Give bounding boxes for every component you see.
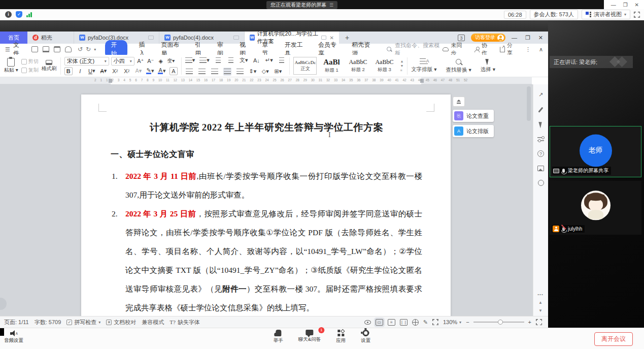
video-tile-julylhh[interactable]: julylhh	[550, 181, 641, 235]
page-indicator[interactable]: 页面: 1/11	[4, 319, 29, 326]
tab-list-button[interactable]: 3	[458, 35, 465, 41]
proofread-toggle[interactable]: ✕文档校对	[106, 319, 136, 326]
line-spacing-icon[interactable]: ⇕▾	[249, 68, 257, 76]
decrease-indent-icon[interactable]	[214, 56, 222, 65]
font-color-icon[interactable]: A▾	[158, 67, 166, 75]
char-shading-icon[interactable]: A	[170, 67, 178, 75]
zoom-in-icon[interactable]: +	[528, 319, 531, 325]
page-up-icon[interactable]: ▲	[538, 300, 543, 305]
fullscreen-icon[interactable]	[634, 12, 640, 18]
scrollbar-thumb[interactable]	[527, 86, 531, 121]
hamburger-icon[interactable]: ☰	[5, 46, 10, 53]
horizontal-ruler[interactable]: 2112345678910111213141516171819202122232…	[0, 77, 532, 84]
tab-docer[interactable]: d 稻壳	[27, 31, 74, 44]
clear-format-icon[interactable]: ◈	[157, 57, 165, 65]
page-view-icon[interactable]: ▭	[376, 319, 383, 326]
jump-share-icon[interactable]: ↗	[538, 91, 543, 98]
theme-tool-icon[interactable]	[538, 180, 544, 186]
zoom-knob[interactable]	[498, 320, 503, 325]
paper-typeset-button[interactable]: A 论文排版	[453, 125, 494, 137]
justify-icon[interactable]	[223, 68, 231, 76]
chat-qa-button[interactable]: 1 聊天&问答	[298, 330, 321, 344]
book-view-icon[interactable]: ❘❘	[400, 319, 408, 326]
apps-button[interactable]: 应用	[336, 330, 346, 344]
wrap-icon[interactable]: ↵▾	[265, 56, 273, 65]
undo-icon[interactable]: ↺	[78, 46, 83, 53]
increase-indent-icon[interactable]	[227, 56, 235, 65]
raise-hand-button[interactable]: 举手	[274, 330, 283, 344]
word-count[interactable]: 字数: 5709	[35, 319, 61, 326]
text-layout-button[interactable]: 文字排版 ▾	[411, 58, 436, 73]
wps-restore-button[interactable]: ❐	[525, 35, 530, 41]
ink-pen-icon[interactable]: ✎	[423, 319, 428, 326]
outline-view-icon[interactable]: ≡	[388, 319, 395, 326]
guest-login-button[interactable]: 访客登录	[471, 34, 505, 42]
italic-icon[interactable]: I	[76, 67, 84, 75]
help-icon[interactable]: ?	[537, 150, 544, 157]
security-shield-icon[interactable]: ✓	[16, 11, 22, 18]
zoom-out-icon[interactable]: −	[466, 319, 469, 325]
align-center-icon[interactable]	[198, 68, 206, 76]
restore-button[interactable]: ❐	[623, 2, 628, 8]
fit-page-icon[interactable]	[432, 319, 438, 325]
sort-icon[interactable]: A↓	[252, 56, 260, 65]
info-icon[interactable]: i	[5, 11, 12, 18]
document-page[interactable]: I 计算机学院 2022 年上半年研究生答辩与学位工作方案 一、硕士学位论文盲审…	[81, 94, 451, 316]
audio-settings-button[interactable]: ∧ 音频设置	[4, 330, 23, 344]
bold-icon[interactable]: B	[64, 67, 73, 75]
collapse-panel-button[interactable]	[453, 97, 465, 107]
zoom-value[interactable]: 130%▾	[443, 319, 461, 325]
highlight-icon[interactable]: ✎▾	[146, 67, 154, 75]
style-body-text[interactable]: AaBbCcDc 正文	[293, 57, 317, 75]
image-tool-icon[interactable]	[537, 166, 544, 171]
fullscreen-doc-icon[interactable]	[536, 319, 542, 325]
leave-meeting-button[interactable]: 离开会议	[594, 332, 633, 346]
redo-icon[interactable]: ↻	[86, 46, 91, 53]
tab-close-icon[interactable]: ✕	[330, 35, 334, 41]
underline-icon[interactable]: U▾	[88, 67, 96, 75]
find-replace-button[interactable]: 查找替换 ▾	[446, 58, 471, 74]
close-button[interactable]: ✕	[635, 2, 639, 8]
change-case-icon[interactable]: 变▾	[167, 57, 175, 65]
banner-menu-icon[interactable]: ☰	[329, 3, 333, 8]
strikethrough-icon[interactable]: A▾	[99, 67, 108, 75]
document-canvas[interactable]: I 计算机学院 2022 年上半年研究生答辩与学位工作方案 一、硕士学位论文盲审…	[0, 84, 548, 316]
print-icon[interactable]	[54, 46, 60, 52]
collapse-ribbon-icon[interactable]: ∧	[539, 46, 543, 53]
more-options-icon[interactable]: ⋮	[525, 46, 531, 53]
task-pane-handle[interactable]	[0, 298, 7, 310]
settings-button[interactable]: 设置	[361, 330, 370, 344]
increase-font-icon[interactable]: A⁺	[137, 57, 145, 65]
print-preview-icon[interactable]	[65, 46, 72, 52]
style-heading2[interactable]: AaBbC 标题 2	[346, 57, 369, 75]
video-tile-teacher[interactable]: 老师 梁老师的屏幕共享	[550, 126, 641, 177]
asian-layout-icon[interactable]: 文▾	[240, 56, 248, 65]
page-down-icon[interactable]: ▼	[538, 308, 543, 313]
participant-count[interactable]: 参会人数: 573人	[530, 10, 578, 19]
font-name-combo[interactable]: 宋体 (正文)▾	[64, 57, 109, 66]
shading-icon[interactable]: ◇▾	[261, 68, 269, 76]
style-heading3[interactable]: AaBbC 标题 3	[372, 57, 396, 75]
subscript-icon[interactable]: X2	[123, 67, 131, 75]
text-effects-icon[interactable]: A▾	[134, 67, 143, 75]
copy-button[interactable]: 复制	[21, 67, 39, 74]
adjust-sliders-icon[interactable]	[537, 137, 544, 142]
styles-scroll[interactable]: ▲▼≡	[400, 59, 403, 72]
font-size-combo[interactable]: 小四▾	[111, 57, 134, 66]
select-button[interactable]: 选择 ▾	[481, 58, 495, 73]
select-cursor-icon[interactable]	[538, 121, 543, 128]
network-signal-icon[interactable]	[26, 12, 32, 17]
distribute-icon[interactable]	[236, 68, 244, 76]
more-dots-icon[interactable]: •••	[537, 292, 543, 297]
export-icon[interactable]	[43, 46, 49, 52]
decrease-font-icon[interactable]: A⁻	[147, 57, 155, 65]
zoom-track[interactable]	[473, 322, 524, 323]
char-width-icon[interactable]	[278, 56, 286, 65]
spell-check-toggle[interactable]: ✓拼写检查▾	[66, 319, 100, 326]
web-view-icon[interactable]	[412, 319, 419, 326]
wps-minimize-button[interactable]: —	[512, 35, 517, 41]
bullet-list-icon[interactable]: ▾	[185, 56, 195, 65]
align-left-icon[interactable]	[185, 68, 193, 76]
border-icon[interactable]: ⊞▾	[274, 68, 282, 76]
eye-protection-icon[interactable]	[364, 320, 371, 325]
